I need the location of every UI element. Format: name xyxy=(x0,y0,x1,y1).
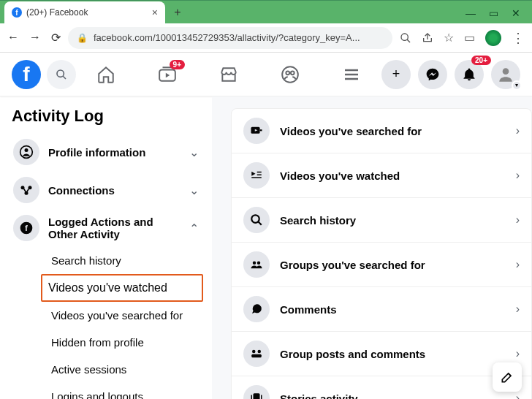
hamburger-menu-icon[interactable] xyxy=(341,64,362,85)
svg-rect-31 xyxy=(251,395,253,400)
chevron-down-icon: ⌄ xyxy=(189,183,199,197)
video-search-icon xyxy=(243,118,270,144)
list-item-comments[interactable]: Comments › xyxy=(232,287,531,332)
maximize-icon[interactable]: ▭ xyxy=(489,7,498,19)
svg-rect-22 xyxy=(251,177,262,178)
sidebar-item-label: Profile information xyxy=(48,146,180,159)
sidebar-item-connections[interactable]: Connections ⌄ xyxy=(9,171,203,209)
svg-point-0 xyxy=(401,34,408,40)
groups-icon xyxy=(243,251,270,278)
svg-point-5 xyxy=(282,66,298,83)
list-item-label: Search history xyxy=(280,214,506,227)
chevron-down-icon: ▾ xyxy=(512,80,522,91)
watch-badge: 9+ xyxy=(170,60,185,69)
sidebar-item-label: Connections xyxy=(48,184,180,197)
svg-line-3 xyxy=(63,76,66,79)
browser-tab[interactable]: f (20+) Facebook × xyxy=(4,1,165,23)
browser-address-bar: ← → ⟳ 🔒 facebook.com/100013452729353/all… xyxy=(0,23,532,53)
facebook-header: f 9+ + 20+ ▾ xyxy=(0,53,532,96)
comment-icon xyxy=(243,296,270,322)
close-icon[interactable]: ✕ xyxy=(512,7,520,19)
chevron-right-icon: › xyxy=(516,303,520,316)
profile-avatar-icon[interactable] xyxy=(485,30,501,46)
chevron-right-icon: › xyxy=(516,392,520,399)
chevron-right-icon: › xyxy=(516,258,520,271)
list-item-label: Stories activity xyxy=(280,392,506,400)
browser-tabs-bar: f (20+) Facebook × + — ▭ ✕ xyxy=(0,0,532,23)
stories-icon xyxy=(243,385,270,399)
sidebar-sub-active-sessions[interactable]: Active sessions xyxy=(47,356,203,383)
url-input[interactable]: 🔒 facebook.com/100013452729353/allactivi… xyxy=(68,27,392,49)
list-item-label: Groups you've searched for xyxy=(280,259,506,271)
groups-icon[interactable] xyxy=(280,64,300,85)
group-posts-icon xyxy=(243,341,270,367)
chevron-right-icon: › xyxy=(516,169,520,182)
chevron-down-icon: ⌄ xyxy=(189,145,199,159)
messenger-button[interactable] xyxy=(418,60,447,89)
search-icon xyxy=(243,207,270,233)
tab-title: (20+) Facebook xyxy=(26,7,148,18)
activity-list: Videos you've searched for › Videos you'… xyxy=(231,108,532,399)
facebook-logo[interactable]: f xyxy=(12,60,41,89)
sidebar-sub-hidden[interactable]: Hidden from profile xyxy=(47,329,203,356)
profile-icon xyxy=(13,139,39,165)
svg-point-6 xyxy=(286,71,289,75)
forward-icon[interactable]: → xyxy=(29,31,41,45)
marketplace-icon[interactable] xyxy=(218,64,239,85)
list-item-search-history[interactable]: Search history › xyxy=(232,198,531,243)
list-item-videos-watched[interactable]: Videos you've watched › xyxy=(232,153,531,198)
list-item-group-posts[interactable]: Group posts and comments › xyxy=(232,332,531,376)
share-icon[interactable] xyxy=(422,32,433,44)
watch-icon[interactable]: 9+ xyxy=(157,64,178,85)
svg-point-28 xyxy=(258,350,262,354)
svg-point-11 xyxy=(503,68,509,75)
facebook-search-button[interactable] xyxy=(47,60,76,89)
chevron-right-icon: › xyxy=(516,213,520,227)
star-icon[interactable]: ☆ xyxy=(444,31,454,45)
sidebar-item-logged-actions[interactable]: f Logged Actions and Other Activity ⌃ xyxy=(9,209,203,247)
sidebar-item-label: Logged Actions and Other Activity xyxy=(48,216,180,240)
search-url-icon[interactable] xyxy=(400,32,411,44)
svg-point-26 xyxy=(257,262,261,265)
sidebar-sub-search-history[interactable]: Search history xyxy=(47,247,203,274)
svg-rect-32 xyxy=(261,395,262,400)
connections-icon xyxy=(13,177,39,203)
lock-icon: 🔒 xyxy=(77,33,88,43)
create-button[interactable]: + xyxy=(381,60,411,89)
back-icon[interactable]: ← xyxy=(7,31,19,45)
list-item-label: Videos you've watched xyxy=(280,170,506,182)
close-tab-icon[interactable]: × xyxy=(152,7,158,18)
compose-button[interactable] xyxy=(493,362,522,392)
window-controls: — ▭ ✕ xyxy=(466,7,528,23)
list-item-videos-searched[interactable]: Videos you've searched for › xyxy=(232,109,531,153)
url-text: facebook.com/100013452729353/allactivity… xyxy=(94,32,360,43)
list-item-groups-searched[interactable]: Groups you've searched for › xyxy=(232,243,531,287)
chevron-right-icon: › xyxy=(516,347,520,360)
notifications-button[interactable]: 20+ xyxy=(455,60,484,89)
extensions-icon[interactable]: ▭ xyxy=(464,31,475,45)
sidebar-sub-logins[interactable]: Logins and logouts xyxy=(47,383,203,399)
svg-line-1 xyxy=(407,39,410,42)
list-item-label: Comments xyxy=(280,303,506,316)
svg-point-27 xyxy=(252,350,256,354)
svg-rect-20 xyxy=(257,172,262,173)
minimize-icon[interactable]: — xyxy=(466,7,476,19)
svg-point-25 xyxy=(253,262,256,265)
svg-rect-30 xyxy=(254,393,260,399)
new-tab-button[interactable]: + xyxy=(170,4,186,20)
kebab-menu-icon[interactable]: ⋮ xyxy=(512,30,525,46)
chevron-up-icon: ⌃ xyxy=(189,221,199,235)
facebook-favicon: f xyxy=(12,7,22,18)
chevron-right-icon: › xyxy=(516,124,520,137)
page-title: Activity Log xyxy=(9,104,203,133)
svg-point-2 xyxy=(57,70,64,77)
sidebar-sub-videos-searched[interactable]: Videos you've searched for xyxy=(47,302,203,329)
list-item-stories[interactable]: Stories activity › xyxy=(232,376,531,399)
account-button[interactable]: ▾ xyxy=(491,60,520,89)
svg-point-23 xyxy=(251,215,259,223)
reload-icon[interactable]: ⟳ xyxy=(51,31,61,45)
sidebar-item-profile[interactable]: Profile information ⌄ xyxy=(9,133,203,171)
list-item-label: Videos you've searched for xyxy=(280,125,506,137)
home-icon[interactable] xyxy=(96,64,116,85)
sidebar-sub-videos-watched[interactable]: Videos you've watched xyxy=(41,274,203,302)
